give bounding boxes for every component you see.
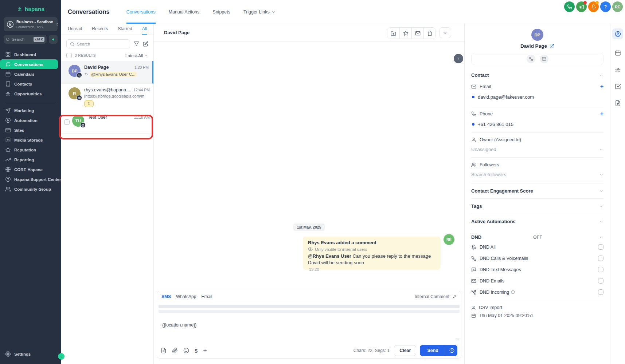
section-active-automations[interactable]: Active Automations xyxy=(471,214,603,229)
sidebar-item-label: Automation xyxy=(14,118,38,123)
channel-tab-sms[interactable]: SMS xyxy=(161,294,171,299)
conversation-title: David Page xyxy=(164,30,190,35)
clock-icon xyxy=(449,348,454,353)
list-tab-all[interactable]: All xyxy=(142,26,147,35)
list-tab-unread[interactable]: Unread xyxy=(68,26,82,35)
compose-icon[interactable] xyxy=(143,41,148,47)
avatar: R @ xyxy=(69,87,81,99)
sidebar-item-media-storage[interactable]: Media Storage xyxy=(0,135,61,145)
tab-snippets[interactable]: Snippets xyxy=(212,0,230,24)
sidebar-item-automation[interactable]: Automation xyxy=(0,115,61,125)
internal-comment-toggle[interactable]: Internal Comment xyxy=(415,294,457,299)
users-icon xyxy=(5,186,11,192)
filter-messages-button[interactable] xyxy=(439,27,451,38)
conversation-checkbox[interactable] xyxy=(64,119,70,125)
list-tab-recents[interactable]: Recents xyxy=(92,26,108,35)
sidebar-item-core-hapana[interactable]: CORE Hapana xyxy=(0,165,61,174)
sidebar-item-support-center[interactable]: Hapana Support Center xyxy=(0,174,61,184)
collapse-section-button[interactable] xyxy=(599,73,603,78)
resize-grip-icon[interactable] xyxy=(455,337,459,341)
trending-up-icon xyxy=(5,157,11,162)
dnd-all-row: DND All xyxy=(471,241,603,253)
comment-author-line: Rhys Evans added a comment xyxy=(308,240,435,245)
quick-action-button[interactable] xyxy=(49,35,58,44)
sidebar-item-calendars[interactable]: Calendars xyxy=(0,69,61,79)
rail-tab-contact[interactable] xyxy=(612,28,623,39)
rail-tab-appointments[interactable] xyxy=(615,50,621,56)
contact-name: rhys.evans@hapana.com xyxy=(84,87,131,92)
message-time: 11:18 AM xyxy=(132,115,150,119)
sidebar-collapse-button[interactable]: ‹ xyxy=(58,353,65,360)
tab-trigger-links[interactable]: Trigger Links xyxy=(243,0,276,24)
add-email-button[interactable]: + xyxy=(600,83,603,90)
attachment-icon[interactable] xyxy=(172,348,178,353)
section-tags[interactable]: Tags xyxy=(471,199,603,214)
open-contact-external-link[interactable] xyxy=(550,44,554,48)
conversation-item-test-user[interactable]: TU @ Test User 11:18 AM xyxy=(61,111,153,134)
rail-tab-notes[interactable] xyxy=(615,100,621,106)
sidebar-item-reporting[interactable]: Reporting xyxy=(0,155,61,165)
browser-icon xyxy=(5,127,11,133)
send-button[interactable]: Send xyxy=(420,345,446,356)
sidebar-item-conversations[interactable]: Conversations xyxy=(0,59,58,69)
sidebar-item-reputation[interactable]: Reputation xyxy=(0,145,61,155)
incoming-off-icon xyxy=(471,290,476,295)
sidebar-item-sites[interactable]: Sites xyxy=(0,125,61,135)
sidebar-item-label: CORE Hapana xyxy=(14,167,43,172)
channel-tab-email[interactable]: Email xyxy=(201,294,212,299)
conversation-item-rhys-evans[interactable]: R @ rhys.evans@hapana.com 12:44 PM [http… xyxy=(61,84,153,111)
dnd-calls-checkbox[interactable] xyxy=(598,256,603,261)
mark-unread-button[interactable] xyxy=(411,28,423,39)
sort-selector[interactable]: Latest-All xyxy=(125,54,148,58)
section-dnd[interactable]: DND OFF xyxy=(471,229,603,241)
sidebar-item-contacts[interactable]: Contacts xyxy=(0,79,61,89)
channel-tab-whatsapp[interactable]: WhatsApp xyxy=(176,294,196,299)
call-contact-button[interactable] xyxy=(527,55,535,63)
dnd-emails-checkbox[interactable] xyxy=(598,278,603,284)
email-value[interactable]: david.page@fakeuser.com xyxy=(478,94,534,100)
dnd-all-checkbox[interactable] xyxy=(598,244,603,250)
list-tab-starred[interactable]: Starred xyxy=(118,26,132,35)
rail-tab-opportunities[interactable] xyxy=(615,67,621,73)
conversation-item-david-page[interactable]: DP David Page 1:20 PM @Rhys Evans User C… xyxy=(61,61,153,84)
notifications-button[interactable] xyxy=(588,1,599,12)
filter-funnel-icon[interactable] xyxy=(134,41,139,47)
sidebar-item-marketing[interactable]: Marketing xyxy=(0,106,61,115)
business-selector[interactable]: Business - Sandbox Launceston, TAS xyxy=(4,17,58,31)
sidebar-item-dashboard[interactable]: Dashboard xyxy=(0,50,61,59)
sidebar-item-community-group[interactable]: Community Group xyxy=(0,184,61,194)
sidebar-search-input[interactable]: Search ctrl K xyxy=(4,35,47,44)
add-phone-button[interactable]: + xyxy=(600,111,603,117)
payment-request-icon[interactable]: $ xyxy=(195,348,198,354)
schedule-send-button[interactable] xyxy=(446,345,457,356)
archive-folder-button[interactable] xyxy=(387,28,399,39)
sidebar-item-settings[interactable]: Settings xyxy=(0,349,61,359)
sidebar-item-opportunities[interactable]: Opportunities xyxy=(0,89,61,99)
select-all-checkbox[interactable] xyxy=(66,53,72,58)
section-contact-engagement-score[interactable]: Contact Engagement Score xyxy=(471,183,603,199)
dnd-texts-checkbox[interactable] xyxy=(598,267,603,272)
rail-tab-tasks[interactable] xyxy=(615,83,621,90)
delete-conversation-button[interactable] xyxy=(423,28,435,39)
message-input[interactable]: {{location.name}} xyxy=(162,323,461,328)
add-more-icon[interactable]: + xyxy=(203,347,207,355)
dnd-incoming-checkbox[interactable] xyxy=(598,289,603,295)
conversation-search-input[interactable]: Search xyxy=(66,39,130,48)
collapse-panel-button[interactable] xyxy=(454,54,463,63)
announcements-button[interactable] xyxy=(576,1,587,12)
dialer-button[interactable] xyxy=(564,1,575,12)
user-avatar[interactable]: RE xyxy=(612,1,623,12)
clear-button[interactable]: Clear xyxy=(394,345,416,356)
owner-select[interactable]: Unassigned xyxy=(471,147,603,152)
followers-search-select[interactable]: Search followers xyxy=(471,172,603,177)
tab-conversations[interactable]: Conversations xyxy=(126,0,156,24)
emoji-icon[interactable] xyxy=(183,348,189,353)
email-contact-button[interactable] xyxy=(540,55,548,63)
help-button[interactable]: ? xyxy=(600,1,611,12)
phone-value[interactable]: +61 426 861 015 xyxy=(478,122,513,127)
phone-icon xyxy=(567,4,572,9)
star-conversation-button[interactable] xyxy=(399,28,411,39)
search-icon xyxy=(6,37,10,41)
templates-icon[interactable] xyxy=(161,348,167,353)
tab-manual-actions[interactable]: Manual Actions xyxy=(169,0,200,24)
